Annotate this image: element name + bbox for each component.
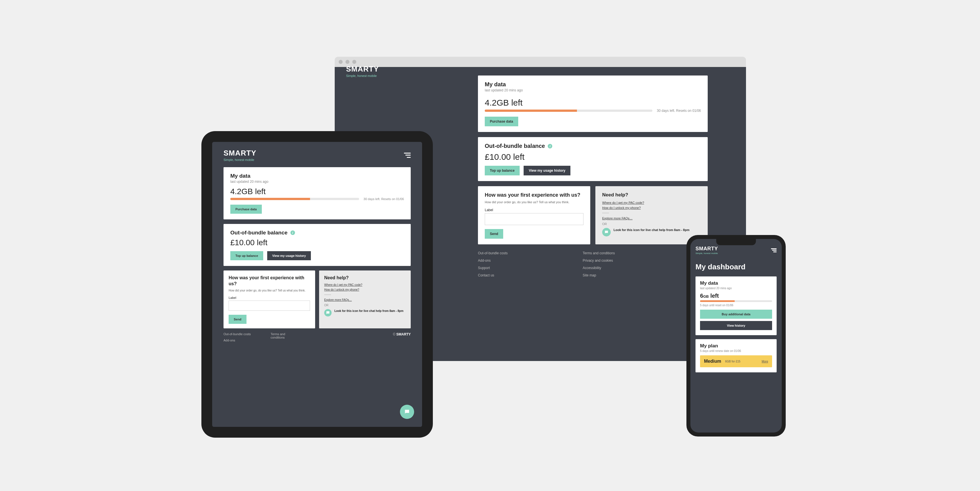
- my-plan-title: My plan: [700, 343, 772, 349]
- experience-body: How did your order go, do you like us? T…: [485, 200, 584, 204]
- balance-card: Out-of-bundle balance i £10.00 left Top …: [478, 137, 708, 181]
- tablet-frame: SMARTY Simple, honest mobile My data las…: [201, 131, 433, 438]
- footer-link[interactable]: Support: [478, 266, 508, 270]
- footer-link[interactable]: Site map: [582, 273, 615, 277]
- chat-icon[interactable]: [324, 309, 332, 316]
- menu-icon[interactable]: [404, 153, 411, 158]
- footer-link[interactable]: Out-of-bundle costs: [224, 332, 251, 336]
- copyright-brand: SMARTY: [396, 332, 411, 336]
- phone-screen: SMARTY Simple, honest mobile My dashboar…: [690, 239, 782, 432]
- buy-data-button[interactable]: Buy additional data: [700, 310, 772, 319]
- footer-link[interactable]: Contact us: [478, 273, 508, 277]
- my-plan-card: My plan 5 days until renew date on 01/06…: [695, 339, 776, 372]
- brand-tagline: Simple, honest mobile: [224, 158, 256, 161]
- data-remaining: 6GB left: [700, 293, 772, 299]
- my-data-title: My data: [485, 81, 701, 88]
- brand-tagline: Simple, honest mobile: [695, 252, 718, 255]
- data-reset-text: 30 days left. Resets on 01/06: [364, 197, 404, 201]
- balance-title: Out-of-bundle balance: [485, 143, 545, 149]
- usage-history-button[interactable]: View my usage history: [523, 166, 570, 175]
- help-title: Need help?: [602, 192, 701, 198]
- brand-block: SMARTY Simple, honest mobile: [695, 246, 718, 255]
- phone-notch: [716, 239, 756, 245]
- balance-card: Out-of-bundle balance i £10.00 left Top …: [224, 224, 411, 266]
- footer-link[interactable]: Out-of-bundle costs: [478, 251, 508, 255]
- menu-icon[interactable]: [771, 248, 776, 252]
- usage-history-button[interactable]: View my usage history: [267, 251, 311, 260]
- info-icon[interactable]: i: [548, 144, 552, 148]
- desktop-footer: Out-of-bundle costs Add-ons Support Cont…: [478, 251, 708, 277]
- divider: [324, 295, 331, 295]
- experience-input-label: Label: [229, 296, 310, 300]
- data-remaining: 4.2GB left: [485, 98, 522, 108]
- brand-logo: SMARTY: [224, 149, 256, 158]
- data-progress-bar: [485, 110, 652, 112]
- or-text: OR: [602, 222, 701, 226]
- experience-card: How was your first experience with us? H…: [224, 271, 315, 328]
- data-progress-bar: [700, 300, 772, 302]
- reset-text: 5 days until reset on 01/06: [700, 304, 772, 307]
- experience-title: How was your first experience with us?: [229, 275, 310, 287]
- balance-amount: £10.00 left: [485, 152, 701, 162]
- experience-input[interactable]: [229, 301, 310, 311]
- experience-card: How was your first experience with us? H…: [478, 186, 590, 244]
- browser-titlebar: [335, 57, 746, 67]
- data-suffix: left: [709, 293, 719, 299]
- purchase-data-button[interactable]: Purchase data: [485, 116, 518, 126]
- explore-faqs-link[interactable]: Explore more FAQs…: [324, 298, 406, 301]
- window-dot: [352, 60, 356, 64]
- experience-title: How was your first experience with us?: [485, 192, 584, 198]
- experience-body: How did your order go, do you like us? T…: [229, 289, 310, 293]
- my-data-card: My data last updated 20 mins ago 6GB lef…: [695, 276, 776, 335]
- faq-link-pac[interactable]: Where do I get my PAC code?: [324, 283, 406, 286]
- info-icon[interactable]: i: [290, 230, 295, 235]
- chat-fab[interactable]: [400, 405, 414, 419]
- faq-link-pac[interactable]: Where do I get my PAC code?: [602, 201, 701, 204]
- data-unit: GB: [703, 294, 709, 298]
- experience-input[interactable]: [485, 213, 584, 225]
- help-card: Need help? Where do I get my PAC code? H…: [319, 271, 411, 328]
- window-dot: [345, 60, 350, 64]
- tablet-footer: Out-of-bundle costs Add-ons Terms and co…: [212, 328, 422, 342]
- or-text: OR: [324, 304, 406, 307]
- my-data-updated: last updated 20 mins ago: [230, 180, 404, 183]
- footer-link[interactable]: Terms and conditions: [582, 251, 615, 255]
- data-progress-bar: [230, 198, 359, 200]
- copyright-prefix: ©: [393, 332, 395, 336]
- faq-link-unlock[interactable]: How do I unlock my phone?: [324, 288, 406, 291]
- my-data-updated: last updated 20 mins ago: [485, 88, 701, 92]
- data-num: 6: [700, 293, 703, 299]
- help-title: Need help?: [324, 275, 406, 281]
- view-history-button[interactable]: View history: [700, 321, 772, 330]
- experience-input-label: Label: [485, 208, 584, 212]
- brand-logo: SMARTY: [346, 65, 379, 73]
- chat-help-text: Look for this icon for live chat help fr…: [614, 228, 690, 232]
- help-card: Need help? Where do I get my PAC code? H…: [595, 186, 708, 244]
- chat-help-text: Look for this icon for live chat help fr…: [334, 309, 403, 313]
- faq-link-unlock[interactable]: How do I unlock my phone?: [602, 206, 701, 209]
- copyright: © SMARTY: [393, 332, 411, 342]
- topup-button[interactable]: Top up balance: [230, 251, 263, 260]
- brand-logo: SMARTY: [695, 246, 718, 252]
- footer-link[interactable]: Add-ons: [224, 339, 251, 342]
- send-button[interactable]: Send: [485, 229, 503, 239]
- my-data-title: My data: [230, 173, 404, 179]
- my-data-title: My data: [700, 281, 772, 286]
- chat-icon[interactable]: [602, 228, 611, 236]
- renew-text: 5 days until renew date on 01/06: [700, 349, 772, 352]
- footer-link[interactable]: Add-ons: [478, 258, 508, 263]
- my-data-card: My data last updated 20 mins ago 4.2GB l…: [224, 167, 411, 219]
- topup-button[interactable]: Top up balance: [485, 166, 520, 175]
- tablet-screen: SMARTY Simple, honest mobile My data las…: [212, 142, 422, 427]
- dashboard-title: My dashboard: [695, 263, 776, 271]
- footer-link[interactable]: Terms and conditions: [270, 332, 293, 339]
- plan-more-link[interactable]: More: [762, 360, 768, 363]
- footer-link[interactable]: Accessibility: [582, 266, 615, 270]
- phone-frame: SMARTY Simple, honest mobile My dashboar…: [686, 235, 786, 437]
- data-reset-text: 30 days left. Resets on 01/06: [657, 109, 701, 113]
- footer-link[interactable]: Privacy and cookies: [582, 258, 615, 263]
- purchase-data-button[interactable]: Purchase data: [230, 205, 262, 214]
- send-button[interactable]: Send: [229, 315, 247, 324]
- explore-faqs-link[interactable]: Explore more FAQs…: [602, 217, 701, 220]
- window-dot: [339, 60, 343, 64]
